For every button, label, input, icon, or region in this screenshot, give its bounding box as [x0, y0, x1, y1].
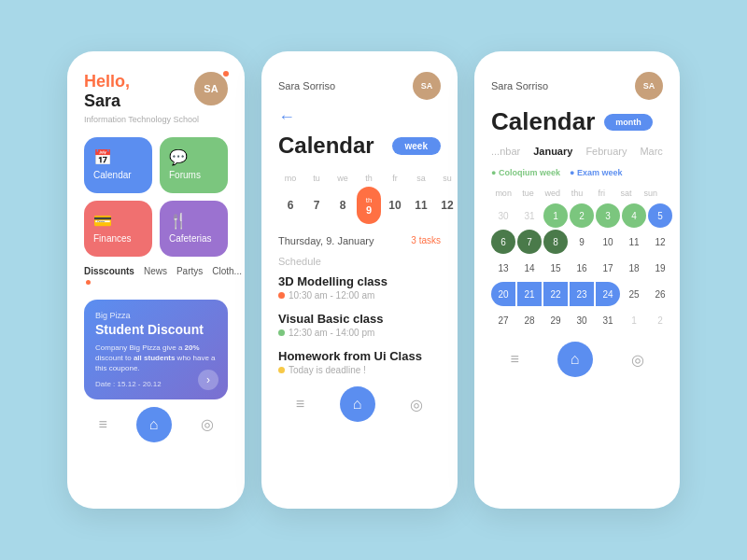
calendar-grid-body: 30 31 1 2 3 4 5 6 7 8 9 10 11 12 13 14 1… — [491, 203, 663, 332]
date-info-text: Thursday, 9. January — [278, 235, 374, 246]
home-button[interactable]: ⌂ — [136, 407, 172, 442]
cal-day-9[interactable]: 9 — [570, 230, 594, 254]
month-january[interactable]: January — [533, 146, 572, 159]
month-badge[interactable]: month — [604, 114, 653, 131]
cal-day-8[interactable]: 8 — [543, 230, 568, 254]
cal-day-31[interactable]: 31 — [596, 308, 620, 332]
header-sun: sun — [639, 187, 663, 200]
tab-partys[interactable]: Partys — [176, 266, 203, 287]
menu-icon[interactable]: ≡ — [98, 416, 106, 433]
schedule-item-2: Visual Basic class 12:30 am - 14:00 pm — [278, 312, 441, 338]
location-icon[interactable]: ◎ — [201, 415, 214, 433]
cal-day-22[interactable]: 22 — [543, 282, 568, 306]
cal-day-26[interactable]: 26 — [648, 282, 672, 306]
cal-day-19[interactable]: 19 — [648, 256, 672, 280]
cal-day-24[interactable]: 24 — [596, 282, 620, 306]
tile-forums[interactable]: 💬 Forums — [160, 137, 228, 193]
day-label-sa: sa — [409, 172, 433, 185]
day-label-mo: mo — [278, 172, 303, 185]
cal-day-4[interactable]: 4 — [622, 203, 646, 228]
tab-cloth[interactable]: Cloth... — [212, 266, 242, 287]
menu-icon-2[interactable]: ≡ — [296, 396, 304, 413]
tile-calendar[interactable]: 📅 Calendar — [84, 137, 152, 193]
month-nbar[interactable]: ...nbar — [491, 146, 520, 159]
day-9-today[interactable]: th 9 — [357, 187, 381, 224]
cal-day-31-prev[interactable]: 31 — [517, 203, 542, 228]
schedule-title-2: Visual Basic class — [278, 312, 441, 326]
day-8[interactable]: 8 — [331, 193, 355, 217]
menu-icon-3[interactable]: ≡ — [510, 351, 518, 368]
cal-day-27[interactable]: 27 — [491, 308, 515, 332]
cal-day-25[interactable]: 25 — [622, 282, 646, 306]
card3-calendar-title: Calendar — [491, 107, 595, 136]
header-tue: tue — [515, 187, 540, 200]
cal-day-16[interactable]: 16 — [570, 256, 594, 280]
months-row: ...nbar January February March — [491, 146, 663, 159]
cal-day-20[interactable]: 20 — [491, 282, 515, 306]
header-mon: mon — [491, 187, 515, 200]
day-6[interactable]: 6 — [278, 193, 303, 217]
schedule-title-3: Homework from Ui Class — [278, 349, 441, 363]
tab-active-dot — [86, 280, 91, 285]
cal-day-18[interactable]: 18 — [622, 256, 646, 280]
bottom-navigation-3: ≡ ⌂ ◎ — [491, 342, 663, 377]
header-fri: fri — [589, 187, 613, 200]
cal-day-29[interactable]: 29 — [543, 308, 568, 332]
cal-day-30[interactable]: 30 — [570, 308, 594, 332]
discount-arrow-button[interactable]: › — [198, 370, 218, 390]
card2-user-row: Sara Sorriso SA — [278, 72, 441, 100]
cal-day-1[interactable]: 1 — [543, 203, 568, 228]
schedule-title-1: 3D Modelling class — [278, 274, 441, 288]
calendar-icon: 📅 — [93, 148, 112, 166]
tab-discounts[interactable]: Disscounts — [84, 266, 134, 287]
cal-day-3[interactable]: 3 — [596, 203, 620, 228]
tile-finances[interactable]: 💳 Finances — [84, 201, 152, 257]
month-february[interactable]: February — [585, 146, 627, 159]
cal-day-17[interactable]: 17 — [596, 256, 620, 280]
day-12[interactable]: 12 — [435, 193, 458, 217]
day-11[interactable]: 11 — [409, 193, 433, 217]
cal-day-7[interactable]: 7 — [517, 230, 542, 254]
card2-avatar[interactable]: SA — [413, 72, 441, 100]
location-icon-2[interactable]: ◎ — [410, 396, 423, 413]
cal-day-2-next[interactable]: 2 — [648, 308, 672, 332]
schedule-time-1: 10:30 am - 12:00 am — [278, 290, 441, 301]
cal-day-11[interactable]: 11 — [622, 230, 646, 254]
day-10[interactable]: 10 — [383, 193, 407, 217]
cal-day-2[interactable]: 2 — [570, 203, 594, 228]
day-7[interactable]: 7 — [304, 193, 329, 217]
day-label-fr: fr — [383, 172, 407, 185]
cal-day-15[interactable]: 15 — [543, 256, 568, 280]
today-day-text: th — [366, 196, 373, 204]
cal-day-14[interactable]: 14 — [517, 256, 542, 280]
cal-day-13[interactable]: 13 — [491, 256, 515, 280]
cal-day-12[interactable]: 12 — [648, 230, 672, 254]
cal-day-23[interactable]: 23 — [570, 282, 594, 306]
cal-day-10[interactable]: 10 — [596, 230, 620, 254]
week-badge[interactable]: week — [392, 137, 441, 155]
location-icon-3[interactable]: ◎ — [631, 351, 644, 369]
cal-day-6[interactable]: 6 — [491, 230, 515, 254]
cal-day-1-next[interactable]: 1 — [622, 308, 646, 332]
back-arrow-button[interactable]: ← — [278, 107, 441, 127]
bottom-navigation-1: ≡ ⌂ ◎ — [84, 407, 228, 442]
header-wed: wed — [541, 187, 565, 200]
dot-green-2 — [278, 329, 285, 336]
cal-day-28[interactable]: 28 — [517, 308, 542, 332]
home-button-2[interactable]: ⌂ — [340, 386, 375, 422]
month-march[interactable]: March — [640, 146, 663, 159]
avatar[interactable]: SA — [194, 72, 228, 105]
tile-cafeterias[interactable]: 🍴 Cafeterias — [160, 201, 228, 257]
card3-avatar[interactable]: SA — [635, 72, 663, 100]
cal-day-30-prev[interactable]: 30 — [491, 203, 515, 228]
header-thu: thu — [565, 187, 589, 200]
calendar-grid: mon tue wed thu fri sat sun 30 31 1 2 3 … — [491, 187, 663, 332]
card2-user-name: Sara Sorriso — [278, 80, 335, 91]
cal-day-21[interactable]: 21 — [517, 282, 542, 306]
day-label-we: we — [331, 172, 355, 185]
tab-news[interactable]: News — [144, 266, 167, 287]
home-button-3[interactable]: ⌂ — [557, 342, 593, 377]
phone-card-2: Sara Sorriso SA ← Calendar week mo tu we… — [261, 51, 458, 509]
tile-cafeterias-label: Cafeterias — [169, 233, 212, 244]
cal-day-5[interactable]: 5 — [648, 203, 672, 228]
